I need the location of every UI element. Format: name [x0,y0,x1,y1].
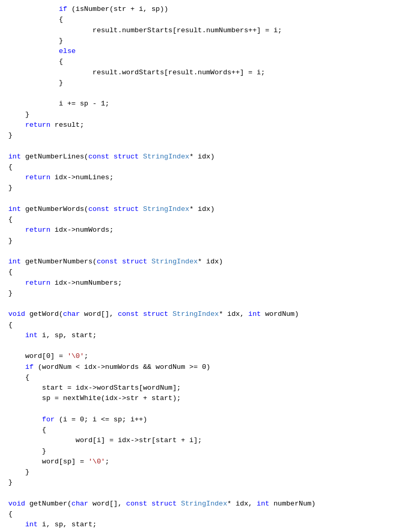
code-container: if (isNumber(str + i, sp)) { result.numb… [0,4,411,530]
